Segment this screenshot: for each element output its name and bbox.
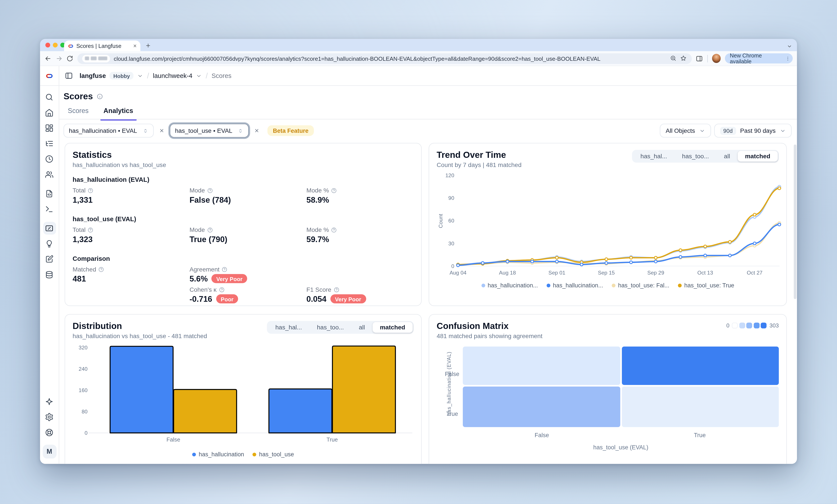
help-icon[interactable] (331, 187, 337, 193)
confusion-cell-false-true[interactable] (622, 347, 779, 385)
side-panel-icon[interactable] (695, 55, 703, 62)
url-bar[interactable]: cloud.langfuse.com/project/cmhnuoj660007… (77, 53, 692, 64)
date-range-select[interactable]: 90d Past 90 days (714, 124, 792, 137)
new-tab-button[interactable] (144, 41, 153, 50)
sidebar-item-home[interactable] (43, 106, 56, 119)
chrome-update-pill[interactable]: New Chrome available (725, 53, 793, 63)
langfuse-logo-icon[interactable] (40, 66, 59, 85)
toggle-option-all[interactable]: all (716, 151, 737, 162)
quality-badge: Very Poor (211, 274, 247, 283)
sidebar-item-users[interactable] (43, 168, 56, 181)
help-icon[interactable] (334, 286, 339, 292)
sidebar-item-prompts[interactable] (43, 187, 56, 200)
tab-search-chevron-icon[interactable] (787, 44, 792, 49)
help-icon[interactable] (222, 266, 228, 272)
score2-select[interactable]: has_tool_use • EVAL (170, 124, 249, 137)
reload-icon[interactable] (67, 55, 74, 62)
info-icon[interactable] (96, 93, 103, 99)
remove-score1-button[interactable] (157, 126, 166, 135)
zoom-in-icon[interactable] (670, 55, 677, 62)
help-icon[interactable] (88, 227, 93, 233)
toggle-option-has-too-[interactable]: has_too... (309, 322, 351, 333)
metric-value: False (784) (190, 195, 231, 204)
close-window-button[interactable] (45, 43, 50, 48)
forward-icon[interactable] (55, 55, 63, 62)
bookmark-star-icon[interactable] (680, 55, 687, 62)
sidebar-item-tracing[interactable] (43, 137, 56, 150)
score1-value: has_hallucination • EVAL (69, 127, 137, 134)
svg-text:Sep 01: Sep 01 (548, 270, 565, 276)
browser-tab[interactable]: Scores | Langfuse × (64, 40, 140, 51)
tab-analytics[interactable]: Analytics (103, 107, 134, 118)
toggle-option-has-too-[interactable]: has_too... (675, 151, 716, 162)
user-avatar[interactable]: M (42, 445, 56, 459)
breadcrumb-separator: / (147, 71, 149, 80)
sidebar-item-upgrade[interactable] (43, 395, 56, 408)
chevron-down-icon[interactable] (137, 73, 143, 79)
object-type-select[interactable]: All Objects (660, 124, 711, 137)
help-icon[interactable] (219, 286, 225, 292)
browser-profile-avatar[interactable] (712, 54, 720, 63)
scrollbar-thumb[interactable] (794, 145, 797, 299)
toggle-option-matched[interactable]: matched (373, 322, 413, 333)
sidebar-item-sessions[interactable] (43, 152, 56, 165)
tab-close-icon[interactable]: × (133, 43, 137, 49)
confusion-cell-true-false[interactable] (463, 387, 620, 427)
confusion-panel: Confusion Matrix 481 matched pairs showi… (429, 314, 787, 464)
toggle-option-all[interactable]: all (351, 322, 373, 333)
distribution-chart[interactable]: 080160240320FalseTrue (73, 343, 414, 448)
metric-f1-score: F1 Score0.054Very Poor (306, 286, 414, 306)
quality-badge: Very Poor (330, 294, 366, 303)
sidebar-item-scores[interactable] (43, 222, 56, 235)
distribution-panel: Distribution has_hallucination vs has_to… (65, 314, 422, 464)
site-info-redacted[interactable] (82, 55, 110, 62)
trend-view-toggle: has_hal...has_too...allmatched (632, 150, 779, 163)
score1-select[interactable]: has_hallucination • EVAL (64, 124, 154, 137)
confusion-cell-true-true[interactable] (622, 387, 779, 427)
toggle-option-has-hal-[interactable]: has_hal... (268, 322, 309, 333)
chevron-down-icon (699, 128, 705, 134)
plan-badge[interactable]: Hobby (110, 72, 133, 79)
chevron-down-icon[interactable] (196, 73, 202, 79)
svg-text:320: 320 (79, 344, 88, 351)
help-icon[interactable] (98, 266, 104, 272)
date-range-badge: 90d (720, 127, 736, 135)
browser-toolbar: cloud.langfuse.com/project/cmhnuoj660007… (40, 51, 797, 66)
sidebar-item-annotation[interactable] (43, 253, 56, 266)
sidebar-item-support[interactable] (43, 426, 56, 439)
confusion-cell-false-false[interactable] (463, 347, 620, 385)
file-code-icon (45, 189, 54, 198)
metric-value: 59.7% (306, 235, 329, 244)
tab-scores[interactable]: Scores (67, 107, 90, 118)
sidebar-toggle-icon[interactable] (65, 71, 73, 80)
remove-score2-button[interactable] (252, 126, 262, 135)
back-icon[interactable] (44, 55, 51, 62)
sidebar-item-datasets[interactable] (43, 268, 56, 281)
sidebar-item-playground[interactable] (43, 203, 56, 216)
minimize-window-button[interactable] (53, 43, 57, 48)
search-icon (45, 93, 54, 101)
breadcrumb: langfuse Hobby / launchweek-4 / Scores (79, 71, 231, 80)
sidebar-item-search[interactable] (43, 91, 56, 104)
users-icon (45, 170, 54, 179)
metric-value: 0.054 (306, 294, 326, 303)
sidebar-item-dashboards[interactable] (43, 122, 56, 134)
breadcrumb-project[interactable]: launchweek-4 (153, 72, 192, 79)
clock-icon (45, 154, 54, 163)
distribution-legend: has_hallucinationhas_tool_use (73, 451, 414, 458)
toggle-option-matched[interactable]: matched (737, 151, 778, 162)
svg-text:80: 80 (82, 409, 87, 414)
help-icon[interactable] (331, 227, 337, 233)
sidebar-item-settings[interactable] (43, 411, 56, 424)
breadcrumb-org[interactable]: langfuse (79, 72, 106, 79)
help-icon[interactable] (207, 227, 213, 233)
sidebar-item-evaluators[interactable] (43, 237, 56, 250)
percent-card-icon (45, 224, 54, 232)
trend-chart[interactable]: 0306090120Aug 04Aug 18Sep 01Sep 15Sep 29… (442, 172, 784, 279)
help-icon[interactable] (88, 187, 93, 193)
help-icon[interactable] (207, 187, 213, 193)
metric-value: 1,331 (73, 195, 93, 204)
scale-swatch (754, 322, 760, 328)
toggle-option-has-hal-[interactable]: has_hal... (633, 151, 675, 162)
distribution-subtitle: has_hallucination vs has_tool_use - 481 … (73, 333, 207, 339)
